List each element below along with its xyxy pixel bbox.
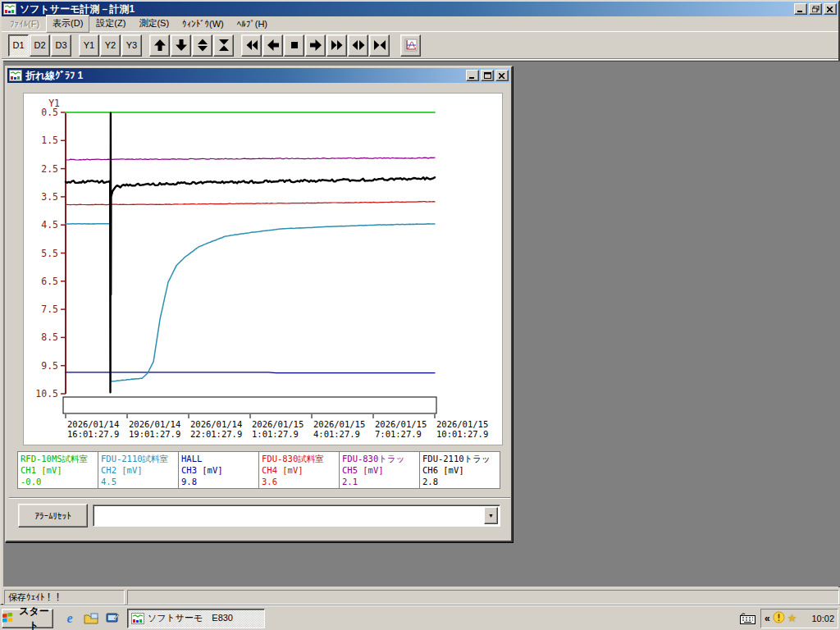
series-CH6 (66, 113, 435, 393)
svg-text:9.5: 9.5 (41, 360, 58, 372)
windows-logo-icon (2, 613, 13, 623)
legend-cell-1: RFD-10MS試料室CH1 [mV]-0.0 (18, 452, 98, 488)
child-minimize-button[interactable] (466, 70, 479, 81)
menu-item-0: ﾌｧｲﾙ(F) (3, 16, 46, 32)
svg-text:10.5: 10.5 (35, 388, 58, 399)
chart-panel: Y10.51.52.53.54.55.56.57.58.59.510.52026… (23, 93, 503, 445)
svg-text:2026/01/14: 2026/01/14 (67, 419, 119, 429)
legend-cell-3: HALLCH3 [mV]9.8 (179, 452, 259, 488)
toolbar-toggle-D1[interactable]: D1 (8, 34, 29, 57)
task-button-softthermo[interactable]: ソフトサーモ E830 (127, 609, 265, 628)
menu-item-2[interactable]: 設定(Z) (89, 15, 132, 33)
svg-text:3.5: 3.5 (41, 191, 58, 203)
series-CH5 (66, 158, 435, 160)
tray-clock[interactable]: 10:02 (811, 614, 834, 623)
svg-text:1:01:27.9: 1:01:27.9 (252, 429, 299, 439)
status-bar: 保存ｳｪｲﾄ！！ (3, 587, 840, 605)
svg-text:1.5: 1.5 (41, 135, 58, 146)
toolbar-toggle-D3[interactable]: D3 (51, 34, 71, 57)
svg-text:2026/01/14: 2026/01/14 (129, 419, 180, 429)
legend-cell-2: FDU-2110試料室CH2 [mV]4.5 (98, 452, 179, 488)
series-CH2 (66, 224, 435, 381)
menu-bar: ﾌｧｲﾙ(F)表示(D)設定(Z)測定(S)ｳｨﾝﾄﾞｳ(W)ﾍﾙﾌﾟ(H) (2, 16, 838, 32)
separator (9, 497, 510, 499)
app-icon (3, 3, 16, 15)
line-chart: Y10.51.52.53.54.55.56.57.58.59.510.52026… (24, 94, 502, 445)
compress-vertical-button[interactable] (213, 34, 234, 57)
stop-button[interactable] (284, 34, 304, 57)
graph-settings-button[interactable] (400, 34, 421, 57)
tray-overflow-chevron[interactable]: « (765, 613, 770, 624)
internet-explorer-icon[interactable]: e (62, 610, 78, 627)
toolbar-toggle-Y1[interactable]: Y1 (79, 34, 99, 57)
legend-cell-6: FDU-2110トラッCH6 [mV]2.8 (420, 452, 500, 488)
fast-forward-button[interactable] (326, 34, 347, 57)
menu-item-1[interactable]: 表示(D) (46, 15, 89, 33)
svg-text:4:01:27.9: 4:01:27.9 (313, 429, 360, 439)
graph-window-icon (9, 70, 22, 81)
keyboard-language-icon[interactable] (740, 613, 756, 624)
svg-text:2.5: 2.5 (41, 163, 58, 175)
task-button-label: ソフトサーモ E830 (148, 612, 233, 624)
child-maximize-button[interactable] (481, 70, 494, 81)
start-label: スタート (16, 605, 52, 630)
svg-text:2026/01/15: 2026/01/15 (313, 419, 365, 429)
alarm-combobox[interactable]: ▼ (93, 504, 500, 527)
expand-horizontal-button[interactable] (348, 34, 368, 57)
svg-text:22:01:27.9: 22:01:27.9 (190, 429, 242, 439)
svg-text:19:01:27.9: 19:01:27.9 (129, 429, 180, 439)
launch-folder-icon[interactable] (83, 610, 99, 627)
svg-text:7.5: 7.5 (41, 304, 58, 315)
menu-item-3[interactable]: 測定(S) (132, 15, 176, 33)
show-desktop-icon[interactable] (104, 610, 121, 627)
step-right-button[interactable] (305, 34, 326, 57)
menu-item-5[interactable]: ﾍﾙﾌﾟ(H) (231, 16, 274, 32)
svg-text:2026/01/15: 2026/01/15 (436, 419, 488, 429)
app-window: ソフトサーモ計測－計測1 ﾌｧｲﾙ(F)表示(D)設定(Z)測定(S)ｳｨﾝﾄﾞ… (0, 0, 840, 605)
svg-text:2026/01/14: 2026/01/14 (190, 419, 242, 429)
graph-window: 折れ線ｸﾞﾗﾌ 1 Y10.51.52.53.54.55.56.57.58.59… (5, 66, 513, 542)
fast-rewind-button[interactable] (241, 34, 262, 57)
svg-text:2026/01/15: 2026/01/15 (375, 419, 427, 429)
toolbar: D1D2D3Y1Y2Y3 (2, 32, 838, 59)
scroll-up-button[interactable] (149, 34, 170, 57)
graph-window-titlebar[interactable]: 折れ線ｸﾞﾗﾌ 1 (7, 68, 510, 83)
legend-cell-5: FDU-830トラッCH5 [mV]2.1 (340, 452, 420, 488)
dropdown-arrow-icon[interactable]: ▼ (484, 507, 498, 524)
svg-text:5.5: 5.5 (41, 248, 58, 259)
series-CH3 (66, 372, 435, 373)
legend-table: RFD-10MS試料室CH1 [mV]-0.0FDU-2110試料室CH2 [m… (17, 451, 500, 489)
start-button[interactable]: スタート (2, 609, 53, 628)
app-title: ソフトサーモ計測－計測1 (20, 2, 794, 16)
svg-text:0.5: 0.5 (41, 107, 58, 118)
svg-text:4.5: 4.5 (41, 219, 58, 231)
security-shield-icon[interactable] (773, 611, 785, 625)
toolbar-toggle-D2[interactable]: D2 (30, 34, 50, 57)
toolbar-toggle-Y3[interactable]: Y3 (121, 34, 142, 57)
graph-window-title: 折れ線ｸﾞﾗﾌ 1 (25, 69, 466, 83)
toolbar-toggle-Y2[interactable]: Y2 (100, 34, 121, 57)
status-message: 保存ｳｪｲﾄ！！ (4, 590, 125, 605)
minimize-button[interactable] (794, 3, 807, 15)
scroll-down-button[interactable] (171, 34, 191, 57)
taskbar: スタート e ソフトサーモ E830 « ★ (0, 605, 840, 630)
status-panel-secondary (127, 590, 839, 605)
star-tray-icon[interactable]: ★ (788, 612, 797, 624)
compress-horizontal-button[interactable] (369, 34, 390, 57)
svg-text:16:01:27.9: 16:01:27.9 (67, 429, 119, 439)
child-close-button[interactable] (495, 70, 509, 81)
svg-text:6.5: 6.5 (41, 276, 58, 287)
task-button-icon (131, 613, 144, 624)
system-tray: « ★ 10:02 (760, 609, 838, 628)
alarm-reset-button[interactable]: ｱﾗｰﾑﾘｾｯﾄ (18, 504, 88, 527)
quick-launch-bar: e (62, 610, 121, 627)
svg-text:7:01:27.9: 7:01:27.9 (375, 429, 422, 439)
restore-button[interactable] (809, 3, 822, 15)
step-left-button[interactable] (262, 34, 283, 57)
close-button[interactable] (824, 3, 837, 15)
menu-item-4[interactable]: ｳｨﾝﾄﾞｳ(W) (176, 16, 231, 32)
expand-vertical-button[interactable] (192, 34, 212, 57)
legend-cell-4: FDU-830試料室CH4 [mV]3.6 (259, 452, 340, 488)
mdi-area: 折れ線ｸﾞﾗﾌ 1 Y10.51.52.53.54.55.56.57.58.59… (3, 61, 840, 587)
svg-text:10:01:27.9: 10:01:27.9 (436, 429, 488, 439)
